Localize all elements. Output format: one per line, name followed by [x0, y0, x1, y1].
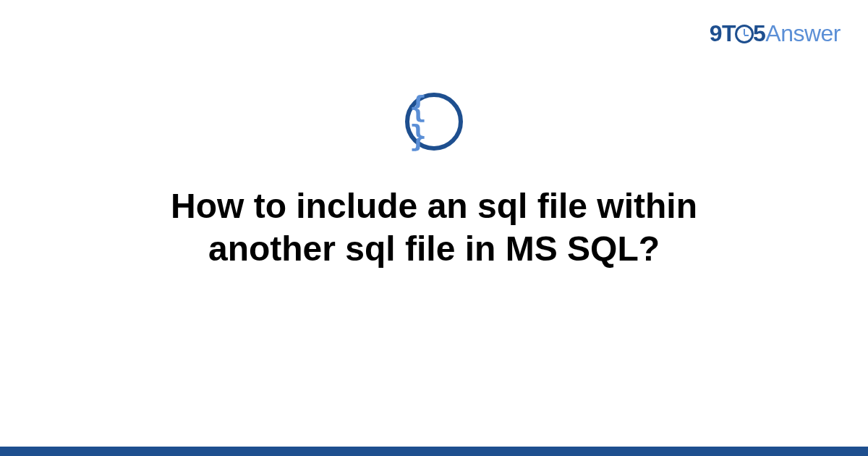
- logo-answer: Answer: [765, 20, 841, 46]
- logo-t: T: [722, 20, 736, 46]
- code-braces-icon: { }: [409, 93, 459, 151]
- logo-nine: 9: [710, 20, 722, 46]
- category-icon-circle: { }: [405, 93, 463, 151]
- site-logo: 9T5Answer: [710, 20, 841, 47]
- footer-accent-bar: [0, 447, 868, 456]
- logo-five: 5: [753, 20, 765, 46]
- question-title: How to include an sql file within anothe…: [109, 185, 760, 270]
- clock-icon: [735, 25, 754, 43]
- main-content: { } How to include an sql file within an…: [0, 93, 868, 270]
